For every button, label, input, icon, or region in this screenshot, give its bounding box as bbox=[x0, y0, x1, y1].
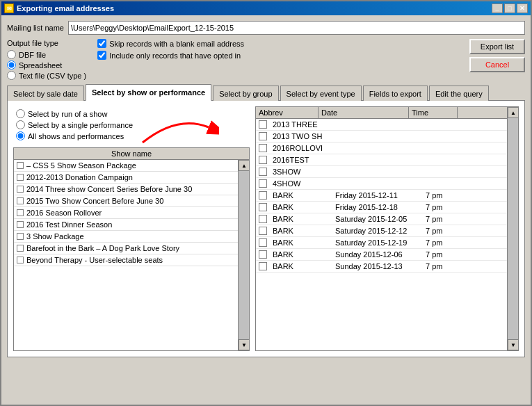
show-item-checkbox[interactable] bbox=[17, 197, 24, 204]
tab-edit-query[interactable]: Edit the query bbox=[429, 86, 489, 101]
perf-list-item[interactable]: BARKFriday 2015-12-187 pm bbox=[256, 202, 507, 213]
tab-event-type[interactable]: Select by event type bbox=[280, 86, 362, 101]
export-button[interactable]: Export list bbox=[469, 39, 525, 54]
perf-item-checkbox[interactable] bbox=[259, 238, 267, 247]
perf-scroll-down[interactable]: ▼ bbox=[508, 339, 519, 350]
show-list-item[interactable]: Beyond Therapy - User-selectable seats bbox=[14, 254, 238, 266]
perf-item-checkbox[interactable] bbox=[259, 156, 267, 164]
show-list-item[interactable]: 2015 Two Show Concert Before June 30 bbox=[14, 195, 238, 207]
perf-date bbox=[332, 135, 423, 138]
show-item-checkbox[interactable] bbox=[17, 209, 24, 216]
close-button[interactable]: ✕ bbox=[517, 3, 528, 13]
radio-dbf[interactable]: DBF file bbox=[7, 50, 86, 59]
show-list[interactable]: – CSS 5 Show Season Package2012-2013 Don… bbox=[14, 160, 238, 350]
radio-csv-input[interactable] bbox=[7, 71, 16, 80]
perf-list-item[interactable]: BARKSaturday 2015-12-127 pm bbox=[256, 225, 507, 237]
radio-all-label: All shows and performances bbox=[28, 132, 124, 140]
show-item-checkbox[interactable] bbox=[17, 162, 24, 169]
mailing-list-input[interactable] bbox=[68, 21, 525, 35]
perf-list[interactable]: 2013 THREE2013 TWO SH2016ROLLOVI2016TEST… bbox=[256, 119, 507, 350]
perf-time: 7 pm bbox=[423, 261, 471, 272]
tab-content: Select by run of a show Select by a sing… bbox=[7, 100, 525, 357]
radio-run-input[interactable] bbox=[16, 109, 25, 118]
show-list-item[interactable]: 2014 Three show Concert Series Before Ju… bbox=[14, 184, 238, 195]
show-list-item[interactable]: 2016 Season Rollover bbox=[14, 207, 238, 219]
checkboxes-area: Skip records with a blank email address … bbox=[97, 39, 458, 80]
show-item-checkbox[interactable] bbox=[17, 233, 24, 240]
opted-in-input[interactable] bbox=[97, 51, 106, 60]
perf-list-item[interactable]: BARKFriday 2015-12-117 pm bbox=[256, 190, 507, 202]
radio-single-perf[interactable]: Select by a single performance bbox=[16, 120, 247, 129]
perf-date bbox=[332, 123, 423, 126]
perf-list-item[interactable]: BARKSunday 2015-12-067 pm bbox=[256, 249, 507, 261]
perf-item-checkbox[interactable] bbox=[259, 203, 267, 211]
radio-dbf-input[interactable] bbox=[7, 50, 16, 59]
perf-item-checkbox[interactable] bbox=[259, 262, 267, 270]
perf-list-header: Abbrev Date Time bbox=[256, 107, 507, 119]
perf-date bbox=[332, 147, 423, 149]
show-item-checkbox[interactable] bbox=[17, 186, 24, 193]
radio-csv-label: Text file (CSV type ) bbox=[19, 72, 86, 80]
show-list-item[interactable]: Barefoot in the Bark – A Dog Park Love S… bbox=[14, 243, 238, 254]
tab-fields-export[interactable]: Fields to export bbox=[363, 86, 428, 101]
show-item-label: 2016 Season Rollover bbox=[26, 209, 102, 217]
perf-item-checkbox[interactable] bbox=[259, 179, 267, 188]
perf-abbrev: BARK bbox=[270, 249, 332, 260]
show-list-item[interactable]: – CSS 5 Show Season Package bbox=[14, 160, 238, 172]
show-item-checkbox[interactable] bbox=[17, 221, 24, 228]
perf-item-checkbox[interactable] bbox=[259, 144, 267, 152]
show-item-checkbox[interactable] bbox=[17, 245, 24, 252]
perf-time: 7 pm bbox=[423, 249, 471, 260]
perf-item-checkbox[interactable] bbox=[259, 250, 267, 259]
tab-sale-date-label: Select by sale date bbox=[13, 90, 78, 98]
perf-time: 7 pm bbox=[423, 213, 471, 225]
show-list-item[interactable]: 3 Show Package bbox=[14, 231, 238, 243]
radio-all-shows[interactable]: All shows and performances bbox=[16, 131, 247, 140]
scroll-down-btn[interactable]: ▼ bbox=[239, 339, 249, 350]
tab-show-perf[interactable]: Select by show or performance bbox=[86, 84, 211, 101]
tabs-row: Select by sale date Select by show or pe… bbox=[7, 86, 525, 101]
tab-sale-date[interactable]: Select by sale date bbox=[7, 86, 84, 101]
perf-item-checkbox[interactable] bbox=[259, 227, 267, 235]
tab-group[interactable]: Select by group bbox=[213, 86, 278, 101]
perf-list-item[interactable]: 3SHOW bbox=[256, 166, 507, 178]
perf-list-item[interactable]: BARKSaturday 2015-12-057 pm bbox=[256, 213, 507, 225]
right-panel-outer: Abbrev Date Time 2013 THREE2013 TWO SH20… bbox=[255, 106, 519, 351]
opted-in-checkbox[interactable]: Include only records that have opted in bbox=[97, 51, 458, 60]
perf-list-item[interactable]: 4SHOW bbox=[256, 178, 507, 190]
radio-single-label: Select by a single performance bbox=[28, 121, 133, 129]
perf-list-item[interactable]: BARKSaturday 2015-12-197 pm bbox=[256, 237, 507, 249]
radio-spreadsheet[interactable]: Spreadsheet bbox=[7, 60, 86, 70]
perf-list-item[interactable]: 2016TEST bbox=[256, 154, 507, 166]
show-list-scrollbar[interactable]: ▲ ▼ bbox=[238, 160, 249, 350]
perf-item-checkbox[interactable] bbox=[259, 120, 267, 129]
perf-item-checkbox[interactable] bbox=[259, 132, 267, 140]
show-item-checkbox[interactable] bbox=[17, 257, 24, 263]
show-list-item[interactable]: 2012-2013 Donation Campaign bbox=[14, 172, 238, 184]
perf-list-item[interactable]: 2013 TWO SH bbox=[256, 131, 507, 143]
skip-blank-input[interactable] bbox=[97, 39, 106, 48]
perf-item-checkbox[interactable] bbox=[259, 168, 267, 176]
radio-spreadsheet-input[interactable] bbox=[7, 60, 16, 70]
show-list-item[interactable]: 2016 Test Dinner Season bbox=[14, 219, 238, 231]
perf-abbrev: BARK bbox=[270, 225, 332, 236]
radio-run-of-show[interactable]: Select by run of a show bbox=[16, 109, 247, 118]
minimize-button[interactable]: _ bbox=[492, 3, 503, 13]
perf-item-checkbox[interactable] bbox=[259, 191, 267, 200]
scroll-up-btn[interactable]: ▲ bbox=[239, 160, 249, 171]
perf-scroll-up[interactable]: ▲ bbox=[508, 107, 519, 118]
perf-list-item[interactable]: 2016ROLLOVI bbox=[256, 143, 507, 154]
show-item-checkbox[interactable] bbox=[17, 174, 24, 181]
perf-list-item[interactable]: BARKSunday 2015-12-137 pm bbox=[256, 261, 507, 273]
col-header-time: Time bbox=[409, 107, 458, 118]
cancel-button[interactable]: Cancel bbox=[469, 57, 525, 72]
perf-abbrev: BARK bbox=[270, 190, 332, 201]
perf-scrollbar[interactable]: ▲ ▼ bbox=[507, 107, 518, 350]
radio-csv[interactable]: Text file (CSV type ) bbox=[7, 71, 86, 80]
radio-all-input[interactable] bbox=[16, 131, 25, 140]
perf-list-item[interactable]: 2013 THREE bbox=[256, 119, 507, 131]
radio-single-input[interactable] bbox=[16, 120, 25, 129]
perf-item-checkbox[interactable] bbox=[259, 215, 267, 223]
skip-blank-checkbox[interactable]: Skip records with a blank email address bbox=[97, 39, 458, 48]
maximize-button[interactable]: □ bbox=[504, 3, 515, 13]
